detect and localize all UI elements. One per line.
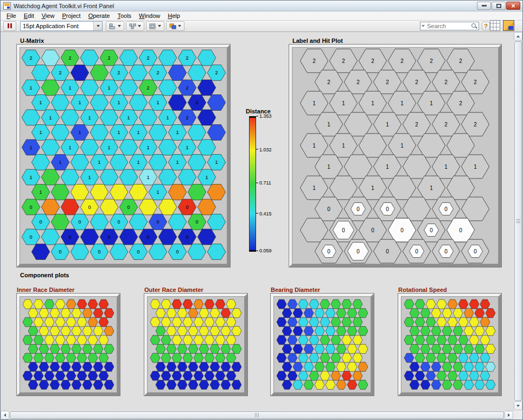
scroll-down-button[interactable] — [514, 402, 522, 410]
menu-edit[interactable]: Edit — [20, 11, 38, 21]
menu-file[interactable]: File — [3, 11, 20, 21]
hex-cell — [104, 308, 114, 317]
hex-cell — [448, 317, 457, 327]
hex-cell — [205, 317, 214, 327]
hex-cell — [55, 353, 65, 362]
pause-button[interactable] — [3, 21, 16, 31]
context-help-button[interactable]: ? — [482, 22, 490, 30]
scroll-grip-icon — [255, 413, 259, 417]
hex-label: 2 — [186, 85, 188, 91]
hex-cell — [177, 380, 187, 389]
hex-label: 1 — [186, 145, 188, 150]
hex-label: 2 — [342, 58, 345, 64]
component-plot-title: Inner Race Diameter — [17, 287, 120, 294]
hex-cell — [188, 308, 198, 317]
hex-label: 0 — [195, 219, 198, 225]
hex-cell — [39, 326, 49, 335]
hex-cell — [420, 344, 430, 353]
hex-label: 2 — [29, 55, 32, 61]
reorder-objects-button[interactable] — [166, 21, 184, 31]
hex-cell — [315, 344, 324, 353]
hex-cell — [480, 353, 490, 362]
scroll-right-button[interactable] — [505, 411, 513, 419]
hex-cell — [486, 362, 495, 371]
hex-label: 1 — [88, 175, 91, 180]
hex-cell — [23, 353, 33, 362]
hex-cell — [210, 308, 220, 317]
vertical-scrollbar[interactable] — [513, 32, 522, 410]
hex-label: 0 — [88, 205, 91, 210]
hex-cell — [158, 169, 176, 185]
menu-operate[interactable]: Operate — [85, 11, 114, 21]
hex-cell — [448, 353, 457, 362]
menu-window[interactable]: Window — [135, 11, 164, 21]
search-input[interactable] — [426, 22, 471, 30]
hex-cell — [315, 308, 324, 317]
hex-cell — [453, 380, 463, 389]
connector-pane-button[interactable] — [490, 20, 500, 31]
hex-cell — [288, 300, 297, 309]
menu-project[interactable]: Project — [58, 11, 84, 21]
hex-cell — [39, 362, 49, 371]
hex-label: 1 — [29, 85, 32, 91]
hex-cell — [288, 371, 297, 380]
scroll-up-button[interactable] — [514, 32, 522, 41]
menu-tools[interactable]: Tools — [113, 11, 135, 21]
menu-help[interactable]: Help — [164, 11, 184, 21]
close-button[interactable]: × — [506, 2, 520, 10]
hex-label: 0 — [386, 249, 389, 254]
arrow-right-icon — [508, 413, 510, 417]
hex-cell — [183, 317, 193, 327]
hex-cell — [23, 335, 33, 345]
horizontal-scrollbar[interactable] — [1, 410, 513, 419]
font-selector-dropdown[interactable] — [93, 22, 102, 30]
hex-cell — [415, 353, 425, 362]
menu-view[interactable]: View — [38, 11, 59, 21]
horizontal-scroll-thumb[interactable] — [10, 411, 504, 419]
hex-cell — [66, 353, 76, 362]
hex-cell — [90, 125, 108, 141]
hex-cell — [207, 244, 225, 260]
hex-cell — [437, 371, 447, 380]
distance-legend: Distance 1.3531.0320.7110.4150.059 — [244, 108, 287, 260]
vertical-scroll-thumb[interactable] — [514, 41, 522, 401]
hex-cell — [99, 335, 109, 345]
hex-label: 0 — [386, 206, 389, 212]
hex-label: 1 — [39, 130, 42, 135]
hex-label: 0 — [117, 219, 120, 225]
minimize-button[interactable] — [477, 2, 491, 10]
hex-cell — [331, 317, 341, 327]
hex-cell — [34, 335, 43, 345]
hex-label: 2 — [312, 58, 316, 64]
component-plot-frame — [17, 294, 120, 396]
hex-cell — [464, 326, 474, 335]
hex-label: 1 — [342, 100, 345, 106]
hex-cell — [475, 362, 484, 371]
hex-cell — [61, 380, 71, 389]
hex-cell — [342, 371, 352, 380]
component-plot-title: Rotational Speed — [398, 287, 501, 294]
search-options-icon[interactable] — [422, 25, 425, 27]
hex-cell — [167, 308, 176, 317]
hex-cell — [172, 335, 182, 345]
scroll-left-button[interactable] — [1, 411, 9, 419]
resize-objects-button[interactable] — [146, 21, 164, 31]
hex-cell — [71, 65, 88, 81]
hex-cell — [72, 362, 81, 371]
hex-cell — [172, 371, 182, 380]
hex-label: 1 — [78, 130, 81, 135]
titlebar[interactable]: Watchdog Agent Toolkit.vi Front Panel × — [1, 1, 522, 11]
align-objects-button[interactable] — [106, 21, 124, 31]
label-hit-hex-grid: 2222222222221111121122211111111110000000… — [292, 47, 499, 264]
hex-cell — [156, 308, 165, 317]
hex-cell — [320, 371, 330, 380]
hex-cell — [207, 125, 225, 141]
distribute-objects-button[interactable] — [126, 21, 144, 31]
hex-cell — [331, 335, 341, 345]
hex-cell — [41, 199, 59, 215]
search-box[interactable] — [420, 22, 479, 30]
font-selector[interactable]: 15pt Application Font — [20, 21, 103, 31]
hex-cell — [210, 344, 220, 353]
maximize-button[interactable] — [492, 2, 506, 10]
vi-icon-button[interactable] — [503, 20, 514, 31]
